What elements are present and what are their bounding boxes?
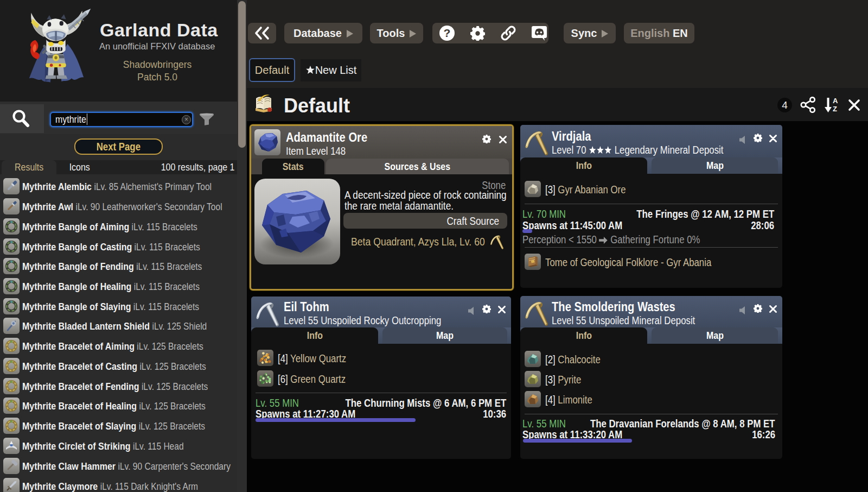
svg-text:A: A [833,97,838,105]
svg-text:Z: Z [833,105,837,113]
